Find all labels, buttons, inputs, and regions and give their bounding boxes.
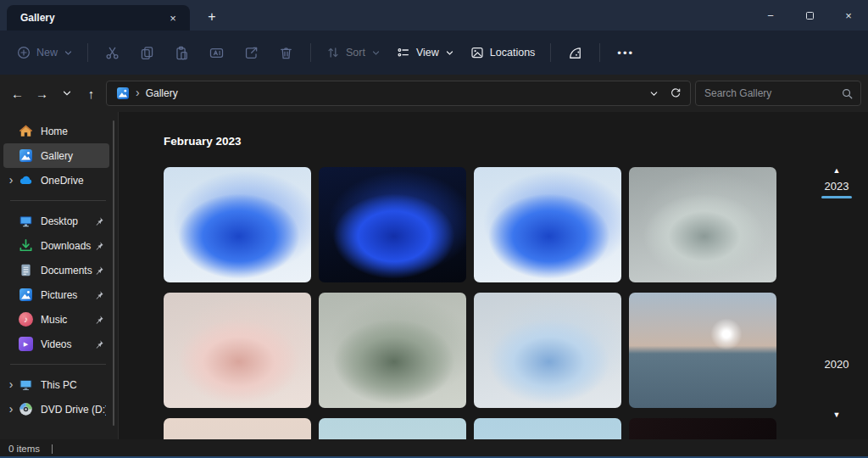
sidebar-scrollbar[interactable] <box>113 120 114 426</box>
address-breadcrumb[interactable]: › Gallery <box>106 81 691 106</box>
view-button-label: View <box>416 47 439 59</box>
expand-chevron-icon[interactable]: › <box>3 403 19 416</box>
timeline-year-2023[interactable]: 2023 <box>817 180 856 198</box>
address-dropdown-button[interactable] <box>643 83 665 103</box>
photo-thumbnail-bloom-blue-on-dark[interactable] <box>319 167 466 282</box>
pin-icon <box>94 241 106 251</box>
photo-thumbnail-bloom-pink[interactable] <box>164 293 311 408</box>
pictures-icon <box>19 288 33 302</box>
rename-button[interactable] <box>199 38 234 67</box>
photo-thumbnail-bloom-blue-on-light[interactable] <box>164 167 311 282</box>
rename-icon <box>209 46 224 60</box>
sort-button[interactable]: Sort <box>318 38 388 67</box>
toolbar-divider <box>310 43 311 62</box>
pin-icon <box>94 315 106 325</box>
share-icon <box>244 46 259 60</box>
cut-button[interactable] <box>95 38 130 67</box>
pin-icon <box>94 339 106 349</box>
plus-circle-icon <box>17 46 31 59</box>
new-button[interactable]: New <box>8 38 81 67</box>
breadcrumb-chevron: › <box>136 86 140 99</box>
recent-locations-button[interactable] <box>54 81 79 105</box>
expand-chevron-icon[interactable]: › <box>3 378 19 392</box>
locations-button[interactable]: Locations <box>462 38 544 67</box>
sidebar-item-dvd-drive[interactable]: › DVD Drive (D:) C <box>3 397 109 422</box>
new-button-label: New <box>36 47 58 59</box>
back-button[interactable]: ← <box>5 81 30 105</box>
sidebar-item-downloads[interactable]: › Downloads <box>3 233 109 258</box>
photo-thumbnail-desert-lake-sunrise[interactable] <box>629 293 776 408</box>
sidebar-divider <box>10 364 106 365</box>
search-input[interactable] <box>696 81 860 105</box>
view-button[interactable]: View <box>388 38 462 67</box>
photo-thumbnail-bloom-blue-on-light-2[interactable] <box>474 167 621 282</box>
onedrive-icon <box>19 173 33 187</box>
fan-shell-icon <box>568 46 582 60</box>
desktop-icon <box>19 214 33 228</box>
window-body: › Home › Gallery › OneDrive <box>0 112 868 439</box>
picture-frame-icon <box>470 46 484 59</box>
expand-chevron-icon[interactable]: › <box>3 174 19 187</box>
navigation-pane: › Home › Gallery › OneDrive <box>0 112 118 439</box>
fan-shell-button[interactable] <box>558 38 593 67</box>
more-options-button[interactable]: ••• <box>607 38 644 67</box>
sidebar-item-desktop[interactable]: › Desktop <box>3 209 109 233</box>
tab-close-icon[interactable]: × <box>163 9 183 26</box>
share-button[interactable] <box>234 38 269 67</box>
documents-icon <box>19 263 33 277</box>
home-icon <box>19 124 33 138</box>
sidebar-item-gallery[interactable]: › Gallery <box>3 143 109 168</box>
breadcrumb-gallery[interactable]: Gallery <box>146 87 178 99</box>
title-bar: Gallery × + − × <box>0 0 868 31</box>
music-icon: ♪ <box>19 312 33 327</box>
search-icon[interactable] <box>841 87 854 100</box>
timeline-up-icon[interactable]: ▲ <box>817 166 856 175</box>
up-button[interactable]: ↑ <box>79 81 103 105</box>
videos-icon: ▶ <box>19 337 33 351</box>
photo-thumbnail-bloom-powder-blue[interactable] <box>474 293 621 408</box>
copy-button[interactable] <box>130 38 164 67</box>
maximize-icon <box>806 12 814 20</box>
sidebar-item-home[interactable]: › Home <box>3 119 109 143</box>
forward-button[interactable]: → <box>30 81 54 105</box>
chevron-down-icon <box>446 49 453 57</box>
sidebar-item-pictures[interactable]: › Pictures <box>3 282 109 307</box>
timeline-year-2020[interactable]: 2020 <box>817 358 856 371</box>
timeline-down-icon[interactable]: ▼ <box>817 411 856 419</box>
trash-icon <box>279 46 293 60</box>
sort-button-label: Sort <box>346 47 365 59</box>
delete-button[interactable] <box>269 38 303 67</box>
sidebar-item-documents[interactable]: › Documents <box>3 258 109 282</box>
tab-gallery[interactable]: Gallery × <box>7 5 190 31</box>
gallery-content-pane: February 2023 ▲ 2023 2020 ▼ <box>118 112 868 439</box>
refresh-button[interactable] <box>665 83 687 103</box>
chevron-down-icon <box>64 49 72 57</box>
toolbar-divider <box>87 43 88 62</box>
close-button[interactable]: × <box>829 0 868 31</box>
sidebar-item-music[interactable]: › ♪ Music <box>3 307 109 332</box>
sidebar-item-videos[interactable]: › ▶ Videos <box>3 332 109 356</box>
photo-thumbnail-dark-abstract-orange[interactable] <box>629 418 776 439</box>
maximize-button[interactable] <box>790 0 829 31</box>
more-options-icon: ••• <box>617 47 634 59</box>
photo-thumbnail-bloom-sage-green[interactable] <box>319 293 466 408</box>
new-tab-button[interactable]: + <box>201 7 223 26</box>
date-group-header: February 2023 <box>164 135 242 148</box>
photo-thumbnail-sky-peach[interactable] <box>164 418 311 439</box>
toolbar-divider <box>550 43 551 62</box>
photo-grid <box>164 167 776 439</box>
paste-button[interactable] <box>164 38 199 67</box>
photo-thumbnail-sky-pale-blue[interactable] <box>319 418 466 439</box>
search-box <box>695 81 861 106</box>
photo-thumbnail-bloom-gray[interactable] <box>629 167 776 282</box>
this-pc-icon <box>19 377 33 392</box>
timeline-active-indicator <box>821 196 852 198</box>
dvd-drive-icon <box>19 402 33 416</box>
downloads-icon <box>19 238 33 253</box>
minimize-button[interactable]: − <box>751 0 790 31</box>
status-bar: 0 items <box>0 439 868 458</box>
photo-thumbnail-sky-blue-glow[interactable] <box>474 418 621 439</box>
sidebar-item-onedrive[interactable]: › OneDrive <box>3 168 109 193</box>
timeline-scrubber: ▲ 2023 2020 ▼ <box>817 112 856 439</box>
sidebar-item-this-pc[interactable]: › This PC <box>3 372 109 397</box>
